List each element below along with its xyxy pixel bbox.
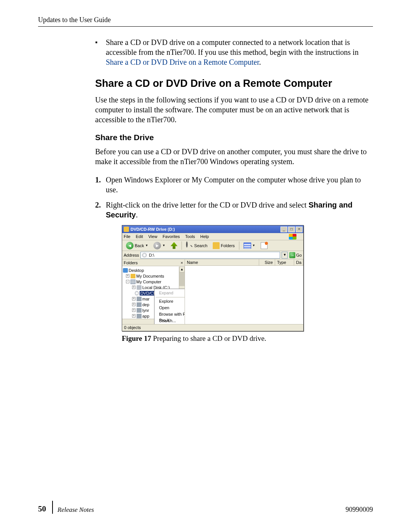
folders-header: Folders × (122, 259, 185, 266)
section-intro: Use the steps in the following sections … (95, 95, 373, 125)
step-text: Open Windows Explorer or My Computer on … (106, 175, 373, 195)
figure-label: Figure 17 (122, 334, 151, 342)
menu-help[interactable]: Help (200, 234, 209, 239)
menu-view[interactable]: View (148, 234, 158, 239)
menu-file[interactable]: File (124, 234, 131, 239)
step-2: 2. Right-click on the drive letter for t… (95, 200, 373, 220)
col-date[interactable]: Da (294, 259, 303, 265)
step-number: 2. (95, 200, 106, 220)
address-value: D:\ (149, 253, 154, 257)
chevron-down-icon: ▼ (145, 244, 148, 247)
up-button[interactable] (168, 241, 180, 250)
tree-mydocs[interactable]: +My Documents (123, 273, 185, 279)
folders-button[interactable]: Folders (210, 241, 237, 250)
step-1: 1. Open Windows Explorer or My Computer … (95, 175, 373, 195)
ctx-expand[interactable]: Expand (155, 290, 185, 296)
col-type[interactable]: Type (275, 259, 294, 265)
page-number: 50 (38, 504, 46, 514)
expand-icon[interactable]: + (132, 314, 135, 318)
file-list-pane[interactable]: Name Size Type Da (185, 259, 303, 324)
scroll-thumb[interactable] (179, 272, 185, 286)
ctx-open[interactable]: Open (155, 305, 185, 311)
step-number: 1. (95, 175, 106, 195)
tree-label: Desktop (129, 268, 144, 273)
network-drive-icon (137, 302, 142, 307)
col-name[interactable]: Name (185, 259, 259, 265)
documents-icon (131, 274, 135, 278)
status-bar: 0 objects (122, 324, 303, 331)
folder-tree[interactable]: Desktop +My Documents -My Computer +Loca… (122, 266, 185, 324)
expand-icon[interactable]: + (132, 297, 135, 300)
window-title: DVD/CD-RW Drive (D:) (131, 227, 280, 232)
expand-icon[interactable]: + (132, 303, 135, 306)
go-label: Go (296, 253, 302, 257)
network-drive-icon (137, 297, 142, 301)
folder-sync-button[interactable] (258, 241, 270, 250)
back-button[interactable]: ◄ Back ▼ (124, 241, 150, 250)
xref-link[interactable]: Share a CD or DVD Drive on a Remote Comp… (106, 58, 259, 66)
running-header: Updates to the User Guide (38, 16, 373, 27)
expand-icon[interactable]: + (126, 274, 129, 278)
tree-mycomp[interactable]: -My Computer (123, 279, 185, 284)
column-headers[interactable]: Name Size Type Da (185, 259, 303, 266)
windows-flag-icon (289, 234, 296, 240)
cd-drive-icon (135, 291, 139, 296)
collapse-icon[interactable]: - (126, 280, 129, 283)
address-input[interactable]: D:\ (140, 252, 280, 259)
go-arrow-icon: → (289, 252, 295, 258)
close-pane-icon[interactable]: × (181, 260, 183, 265)
close-button[interactable]: × (296, 227, 303, 232)
footer-title: Release Notes (57, 506, 94, 514)
network-drive-icon (137, 308, 142, 313)
up-folder-icon (170, 242, 177, 249)
titlebar[interactable]: DVD/CD-RW Drive (D:) _ □ × (122, 225, 303, 233)
maximize-button[interactable]: □ (288, 227, 295, 232)
tree-label: mar (142, 297, 150, 301)
document-number: 90990009 (346, 506, 373, 514)
bullet-post: . (259, 58, 261, 66)
computer-icon (131, 280, 135, 284)
cd-drive-icon (142, 253, 147, 257)
views-button[interactable]: ▼ (241, 241, 258, 250)
minimize-button[interactable]: _ (280, 227, 287, 232)
menu-edit[interactable]: Edit (136, 234, 143, 239)
figure-text: Preparing to share a CD or DVD drive. (151, 334, 266, 342)
col-size[interactable]: Size (259, 259, 275, 265)
folders-label: Folders (221, 243, 235, 248)
separator (182, 241, 182, 250)
folders-title: Folders (124, 260, 138, 265)
go-button[interactable]: → Go (289, 252, 302, 258)
network-drive-icon (137, 314, 142, 318)
menu-tools[interactable]: Tools (185, 234, 195, 239)
scroll-up-icon[interactable]: ▲ (179, 267, 185, 272)
step-text: Right-click on the drive letter for the … (106, 200, 373, 220)
expand-icon[interactable]: + (132, 308, 135, 312)
page-footer: 50 Release Notes 90990009 (38, 501, 373, 514)
ctx-explore[interactable]: Explore (155, 298, 185, 305)
separator (239, 241, 239, 250)
subsection-heading: Share the Drive (95, 133, 373, 142)
ctx-search[interactable]: Search... (155, 318, 185, 324)
forward-button[interactable]: ► ▼ (151, 241, 167, 250)
tree-desktop[interactable]: Desktop (123, 267, 185, 273)
search-button[interactable]: Search (184, 241, 210, 250)
tree-label: My Documents (136, 274, 164, 278)
folder-sync-icon (261, 242, 268, 249)
forward-arrow-icon: ► (153, 242, 161, 249)
back-arrow-icon: ◄ (126, 242, 134, 249)
section-heading: Share a CD or DVD Drive on a Remote Comp… (95, 78, 373, 89)
context-menu: Expand Explore Open Browse with Paint Sh… (154, 289, 185, 324)
disk-icon (137, 285, 142, 290)
folders-pane: Folders × Desktop +My Documents -My Comp… (122, 259, 185, 324)
ctx-browse[interactable]: Browse with Paint Shop Pro X (155, 311, 185, 318)
address-dropdown[interactable]: ▼ (282, 252, 288, 259)
tree-label: My Computer (136, 280, 161, 284)
menu-favorites[interactable]: Favorites (162, 234, 180, 239)
search-icon (186, 242, 193, 249)
tree-label: lynr (142, 308, 149, 313)
expand-icon[interactable]: + (132, 286, 135, 289)
search-label: Search (194, 243, 207, 248)
address-label: Address (124, 253, 139, 257)
bullet-pre: Share a CD or DVD drive on a computer co… (106, 38, 358, 56)
tree-label: dep (142, 302, 149, 307)
